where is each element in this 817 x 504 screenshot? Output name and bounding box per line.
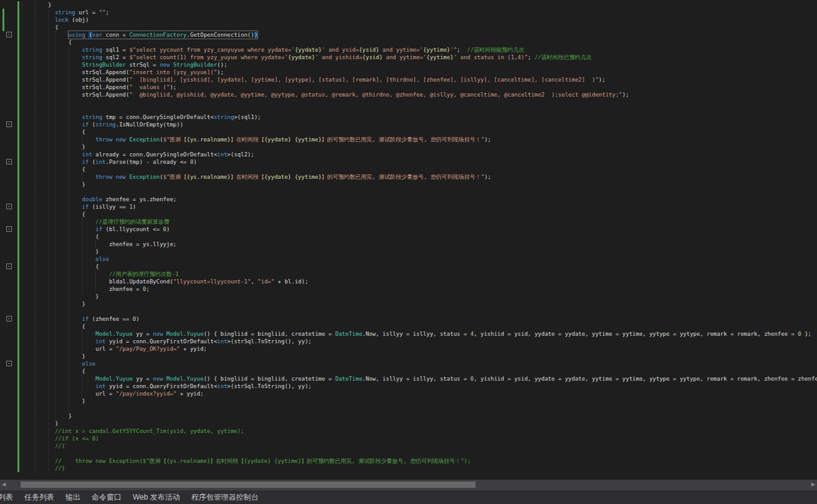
code-line[interactable]: } xyxy=(21,397,85,405)
code-line[interactable]: string sql2 = $"select count(1) from yzy… xyxy=(21,54,592,61)
code-line[interactable]: strSql.Append(" [bingliid], [yishiid], [… xyxy=(21,76,605,83)
code-line[interactable]: zhenfee = 0; xyxy=(21,285,150,293)
code-line[interactable]: //if (x <= 0) xyxy=(21,435,99,442)
code-line[interactable]: using (var conn = ConnectionFactory.GetO… xyxy=(21,31,257,39)
code-line[interactable]: strSql.Append(" values ("); xyxy=(21,83,176,91)
code-line[interactable]: } xyxy=(21,412,72,420)
code-line[interactable]: int yyid = conn.QueryFirstOrDefault<int>… xyxy=(21,383,312,390)
code-line[interactable]: strSql.Append("insert into [yzy_yuyue]("… xyxy=(21,69,224,76)
fold-collapse-icon[interactable]: - xyxy=(6,121,12,127)
code-line[interactable]: url = "/pay/Pay_OK?yyid=" + yyid; xyxy=(21,345,207,353)
code-line[interactable]: } xyxy=(21,248,99,255)
code-line[interactable]: bldal.UpdateByCond("llyycount=llyycount-… xyxy=(21,278,308,285)
code-line[interactable]: { xyxy=(21,263,99,270)
code-line[interactable]: { xyxy=(21,39,72,46)
fold-collapse-icon[interactable]: - xyxy=(6,159,12,164)
horizontal-scrollbar[interactable]: ◀ ▶ xyxy=(0,480,817,490)
bottom-panel-tabs: 错误列表任务列表输出命令窗口Web 发布活动程序包管理器控制台 xyxy=(0,490,817,504)
code-line[interactable]: } xyxy=(21,181,85,188)
code-line[interactable]: { xyxy=(21,323,85,330)
code-line[interactable]: //} xyxy=(21,465,65,472)
code-line[interactable]: } xyxy=(21,353,85,360)
code-line[interactable]: { xyxy=(21,211,85,218)
change-indicator xyxy=(2,9,4,31)
code-line[interactable]: { xyxy=(21,128,85,136)
code-line[interactable]: } xyxy=(21,420,59,427)
code-line[interactable]: //用户表的理疗预约次数-1 xyxy=(21,270,179,278)
fold-collapse-icon[interactable]: - xyxy=(6,204,12,209)
code-line[interactable]: string tmp = conn.QuerySingleOrDefault<s… xyxy=(21,113,261,121)
code-line[interactable]: //{ xyxy=(21,442,65,450)
code-line[interactable]: if (string.IsNullOrEmpty(tmp)) xyxy=(21,121,183,128)
code-line[interactable]: zhenfee = ys.llyyje; xyxy=(21,240,176,248)
track-changes-bar xyxy=(17,1,19,472)
fold-collapse-icon[interactable]: - xyxy=(6,264,12,269)
code-line[interactable]: url = "/pay/index?yyid=" + yyid; xyxy=(21,390,204,397)
code-line[interactable]: Model.Yuyue yy = new Model.Yuyue() { bin… xyxy=(21,330,811,338)
code-line[interactable]: throw new Exception($"医师【{ys.realname}】在… xyxy=(21,136,491,143)
code-line[interactable]: //int x = candal.GetYSYYCount_Tim(ysid, … xyxy=(21,427,244,435)
code-line[interactable]: throw new Exception($"医师【{ys.realname}】在… xyxy=(21,173,491,181)
code-line[interactable]: if (isllyy == 1) xyxy=(21,203,136,211)
fold-collapse-icon[interactable]: - xyxy=(6,32,12,37)
panel-tab-4[interactable]: 命令窗口 xyxy=(86,490,127,504)
code-line[interactable]: lock (obj) xyxy=(21,16,88,24)
panel-tab-6[interactable]: 程序包管理器控制台 xyxy=(186,490,264,504)
code-line[interactable]: string url = ""; xyxy=(21,9,109,16)
code-editor[interactable]: -------- } string url = ""; lock (obj) {… xyxy=(0,0,817,480)
code-line[interactable]: double zhenfee = ys.zhenfee; xyxy=(21,196,176,203)
fold-collapse-icon[interactable]: - xyxy=(6,226,12,232)
code-line[interactable]: if (int.Parse(tmp) - already <= 0) xyxy=(21,158,197,166)
scrollbar-left-arrow-icon[interactable]: ◀ xyxy=(2,482,6,488)
code-line[interactable]: if (zhenfee == 0) xyxy=(21,315,140,323)
code-line[interactable]: Model.Yuyue yy = new Model.Yuyue() { bin… xyxy=(21,375,817,383)
code-line[interactable]: { xyxy=(21,233,99,240)
code-line[interactable]: string sql1 = $"select yycount from yzy_… xyxy=(21,46,524,54)
panel-tab-2[interactable]: 任务列表 xyxy=(19,490,60,504)
panel-tab-1[interactable]: 错误列表 xyxy=(0,490,19,504)
fold-collapse-icon[interactable]: - xyxy=(6,361,12,366)
code-line[interactable]: { xyxy=(21,24,59,31)
code-line[interactable]: } xyxy=(21,1,52,9)
code-line[interactable]: if (bl.llyycount <= 0) xyxy=(21,226,170,233)
panel-tab-5[interactable]: Web 发布活动 xyxy=(127,490,186,504)
code-line[interactable]: int already = conn.QuerySingleOrDefault<… xyxy=(21,151,254,158)
panel-tab-3[interactable]: 输出 xyxy=(60,490,86,504)
code-line[interactable]: } xyxy=(21,293,99,300)
code-line[interactable]: //是理疗预约的话重新算诊费 xyxy=(21,218,170,226)
code-line[interactable]: } xyxy=(21,143,85,151)
fold-collapse-icon[interactable]: - xyxy=(6,316,12,321)
code-line[interactable]: int yyid = conn.QueryFirstOrDefault<int>… xyxy=(21,338,312,345)
code-line[interactable]: else xyxy=(21,360,95,368)
scrollbar-right-arrow-icon[interactable]: ▶ xyxy=(811,482,815,488)
code-line[interactable]: StringBuilder strSql = new StringBuilder… xyxy=(21,61,227,69)
scrollbar-thumb[interactable] xyxy=(21,482,475,488)
code-line[interactable]: // throw new Exception($"医师【{ys.realname… xyxy=(21,457,471,465)
code-line[interactable]: strSql.Append(" @bingliid, @yishiid, @yy… xyxy=(21,91,629,98)
code-line[interactable]: { xyxy=(21,368,85,375)
code-line[interactable]: { xyxy=(21,166,85,173)
code-line[interactable]: else xyxy=(21,255,109,263)
code-line[interactable]: } xyxy=(21,300,85,308)
